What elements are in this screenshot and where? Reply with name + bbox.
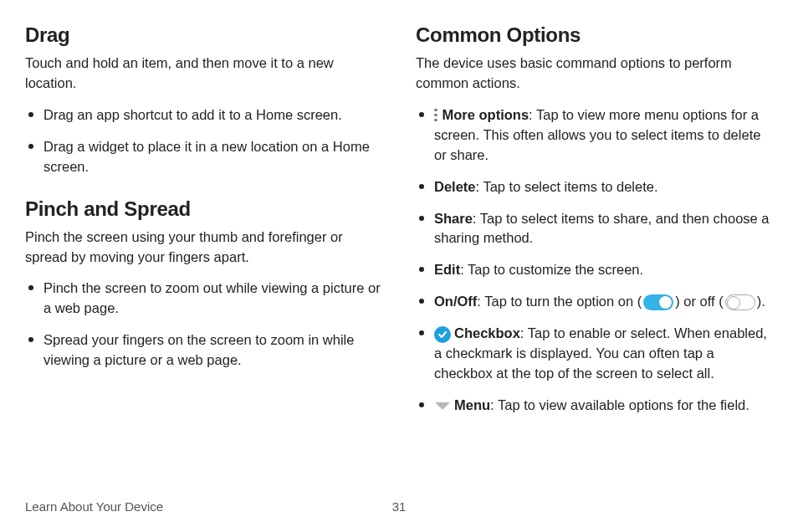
option-label: Delete xyxy=(434,179,476,194)
page-footer: Learn About Your Device 31 xyxy=(25,499,773,514)
option-more: More options: Tap to view more menu opti… xyxy=(416,105,773,166)
list-item: Spread your fingers on the screen to zoo… xyxy=(25,330,382,371)
drag-intro: Touch and hold an item, and then move it… xyxy=(25,54,382,94)
option-desc: : Tap to customize the screen. xyxy=(460,262,643,277)
heading-drag: Drag xyxy=(25,23,382,47)
option-label: Edit xyxy=(434,262,460,277)
onoff-mid: ) or off ( xyxy=(675,294,723,309)
list-item: Pinch the screen to zoom out while viewi… xyxy=(25,279,382,319)
checkbox-icon xyxy=(434,326,451,343)
option-label: Checkbox xyxy=(454,325,520,340)
option-label: On/Off xyxy=(434,294,477,309)
drag-list: Drag an app shortcut to add it to a Home… xyxy=(25,105,382,177)
option-delete: Delete: Tap to select items to delete. xyxy=(416,177,773,197)
option-label: Menu xyxy=(454,397,490,412)
toggle-off-icon xyxy=(725,294,755,310)
heading-pinch: Pinch and Spread xyxy=(25,197,382,221)
toggle-on-icon xyxy=(643,294,673,310)
onoff-pre: : Tap to turn the option on ( xyxy=(477,294,642,309)
option-label: More options xyxy=(442,107,529,122)
pinch-list: Pinch the screen to zoom out while viewi… xyxy=(25,279,382,371)
pinch-intro: Pinch the screen using your thumb and fo… xyxy=(25,228,382,268)
option-label: Share xyxy=(434,211,473,226)
footer-section: Learn About Your Device xyxy=(25,499,163,514)
dropdown-menu-icon xyxy=(434,402,451,412)
page-number: 31 xyxy=(392,499,407,514)
options-list: More options: Tap to view more menu opti… xyxy=(416,105,773,416)
option-share: Share: Tap to select items to share, and… xyxy=(416,209,773,249)
left-column: Drag Touch and hold an item, and then mo… xyxy=(25,23,382,427)
option-desc: : Tap to select items to delete. xyxy=(476,179,658,194)
right-column: Common Options The device uses basic com… xyxy=(416,23,773,427)
heading-common-options: Common Options xyxy=(416,23,773,47)
list-item: Drag a widget to place it in a new locat… xyxy=(25,137,382,177)
more-options-icon xyxy=(434,109,437,124)
option-edit: Edit: Tap to customize the screen. xyxy=(416,260,773,280)
option-onoff: On/Off: Tap to turn the option on () or … xyxy=(416,292,773,312)
option-desc: : Tap to select items to share, and then… xyxy=(434,211,770,246)
option-desc: : Tap to view available options for the … xyxy=(490,397,749,412)
onoff-post: ). xyxy=(757,294,765,309)
list-item: Drag an app shortcut to add it to a Home… xyxy=(25,105,382,125)
option-menu: Menu: Tap to view available options for … xyxy=(416,396,773,416)
option-checkbox: Checkbox: Tap to enable or select. When … xyxy=(416,324,773,384)
common-intro: The device uses basic command options to… xyxy=(416,54,773,94)
